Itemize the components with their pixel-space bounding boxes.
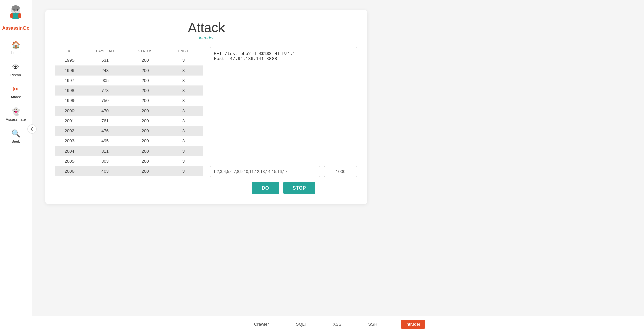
cell-payload: 803 [84, 156, 126, 166]
cell-status: 200 [127, 166, 164, 176]
svg-point-1 [12, 5, 20, 11]
sidebar-item-assassinate[interactable]: 👻 Assassinate [0, 104, 32, 125]
cell-payload: 243 [84, 66, 126, 76]
cell-payload: 476 [84, 126, 126, 136]
collapse-toggle[interactable]: ❮ [27, 124, 37, 134]
col-header-payload: PAYLOAD [84, 47, 126, 55]
action-row: DO STOP [210, 182, 357, 194]
cell-num: 1999 [55, 96, 84, 106]
table-header-row: # PAYLOAD STATUS LENGTH [55, 47, 203, 55]
cell-num: 2006 [55, 166, 84, 176]
table-wrapper[interactable]: # PAYLOAD STATUS LENGTH 1995 631 200 3 1… [55, 47, 203, 176]
cell-payload: 811 [84, 146, 126, 156]
tab-sqli[interactable]: SQLI [293, 320, 309, 329]
col-header-length: LENGTH [164, 47, 203, 55]
sidebar-nav: 🏠 Home 👁 Recon ✂ Attack 👻 Assassinate 🔍 … [0, 37, 32, 147]
page-title: Attack [55, 20, 357, 35]
attack-icon: ✂ [13, 85, 19, 94]
sidebar-item-seek-label: Seek [11, 139, 20, 143]
payload-input[interactable] [210, 166, 320, 177]
sidebar-item-seek[interactable]: 🔍 Seek [0, 126, 32, 147]
table-row[interactable]: 2005 803 200 3 [55, 156, 203, 166]
cell-payload: 750 [84, 96, 126, 106]
cell-status: 200 [127, 156, 164, 166]
cell-num: 2001 [55, 116, 84, 126]
right-panel: GET /test.php?id=$$1$$ HTTP/1.1 Host: 47… [210, 47, 357, 194]
table-row[interactable]: 2001 761 200 3 [55, 116, 203, 126]
app-logo [6, 3, 26, 24]
cell-payload: 761 [84, 116, 126, 126]
table-row[interactable]: 2002 476 200 3 [55, 126, 203, 136]
cell-status: 200 [127, 126, 164, 136]
cell-status: 200 [127, 76, 164, 86]
svg-rect-3 [10, 13, 13, 18]
svg-point-6 [17, 9, 18, 11]
do-button[interactable]: DO [252, 182, 279, 194]
table-row[interactable]: 2004 811 200 3 [55, 146, 203, 156]
cell-length: 3 [164, 76, 203, 86]
sidebar-item-recon-label: Recon [10, 73, 21, 77]
table-body: 1995 631 200 3 1996 243 200 3 1997 905 2… [55, 55, 203, 176]
cell-length: 3 [164, 166, 203, 176]
cell-status: 200 [127, 66, 164, 76]
tab-ssh[interactable]: SSH [365, 320, 381, 329]
divider-left [55, 38, 196, 38]
results-table: # PAYLOAD STATUS LENGTH 1995 631 200 3 1… [55, 47, 203, 176]
table-row[interactable]: 1999 750 200 3 [55, 96, 203, 106]
sidebar-item-home-label: Home [11, 51, 20, 55]
table-row[interactable]: 1995 631 200 3 [55, 55, 203, 66]
svg-point-5 [13, 9, 15, 11]
cell-status: 200 [127, 96, 164, 106]
cell-length: 3 [164, 55, 203, 66]
cell-length: 3 [164, 146, 203, 156]
bottom-tabs: Crawler SQLI XSS SSH Intruder [32, 316, 644, 332]
sidebar-item-home[interactable]: 🏠 Home [0, 37, 32, 58]
tab-crawler[interactable]: Crawler [251, 320, 273, 329]
cell-num: 1996 [55, 66, 84, 76]
collapse-icon: ❮ [30, 127, 34, 131]
table-row[interactable]: 2006 403 200 3 [55, 166, 203, 176]
payload-row [210, 166, 357, 177]
subtitle-row: intruder [55, 35, 357, 40]
eye-icon: 👁 [12, 63, 19, 72]
table-row[interactable]: 2000 470 200 3 [55, 106, 203, 116]
cell-payload: 403 [84, 166, 126, 176]
table-row[interactable]: 1996 243 200 3 [55, 66, 203, 76]
brand-text: Assassin [2, 25, 23, 31]
cell-status: 200 [127, 116, 164, 126]
brand-name: AssassinGo [2, 25, 30, 31]
cell-length: 3 [164, 96, 203, 106]
cell-length: 3 [164, 86, 203, 96]
threads-input[interactable] [324, 166, 357, 177]
card-body: # PAYLOAD STATUS LENGTH 1995 631 200 3 1… [55, 47, 357, 194]
sidebar-item-attack[interactable]: ✂ Attack [0, 82, 32, 102]
cell-num: 1998 [55, 86, 84, 96]
cell-status: 200 [127, 55, 164, 66]
table-section: # PAYLOAD STATUS LENGTH 1995 631 200 3 1… [55, 47, 203, 194]
main-card: Attack intruder # PAYLOAD STATUS LENGT [45, 10, 367, 204]
col-header-status: STATUS [127, 47, 164, 55]
cell-status: 200 [127, 136, 164, 146]
request-textarea[interactable]: GET /test.php?id=$$1$$ HTTP/1.1 Host: 47… [210, 47, 357, 161]
cell-num: 2002 [55, 126, 84, 136]
cell-length: 3 [164, 126, 203, 136]
ghost-icon: 👻 [11, 107, 20, 116]
card-subtitle: intruder [196, 35, 217, 40]
cell-status: 200 [127, 106, 164, 116]
sidebar-item-recon[interactable]: 👁 Recon [0, 59, 32, 80]
cell-num: 2005 [55, 156, 84, 166]
col-header-num: # [55, 47, 84, 55]
svg-rect-4 [18, 13, 21, 18]
table-row[interactable]: 1997 905 200 3 [55, 76, 203, 86]
sidebar: AssassinGo 🏠 Home 👁 Recon ✂ Attack 👻 Ass… [0, 0, 32, 332]
cell-length: 3 [164, 106, 203, 116]
tab-intruder[interactable]: Intruder [401, 320, 425, 329]
sidebar-item-assassinate-label: Assassinate [6, 117, 26, 121]
table-row[interactable]: 1998 773 200 3 [55, 86, 203, 96]
tab-xss[interactable]: XSS [329, 320, 345, 329]
cell-num: 2000 [55, 106, 84, 116]
table-row[interactable]: 2003 495 200 3 [55, 136, 203, 146]
home-icon: 🏠 [11, 41, 20, 49]
cell-length: 3 [164, 136, 203, 146]
stop-button[interactable]: STOP [283, 182, 315, 194]
